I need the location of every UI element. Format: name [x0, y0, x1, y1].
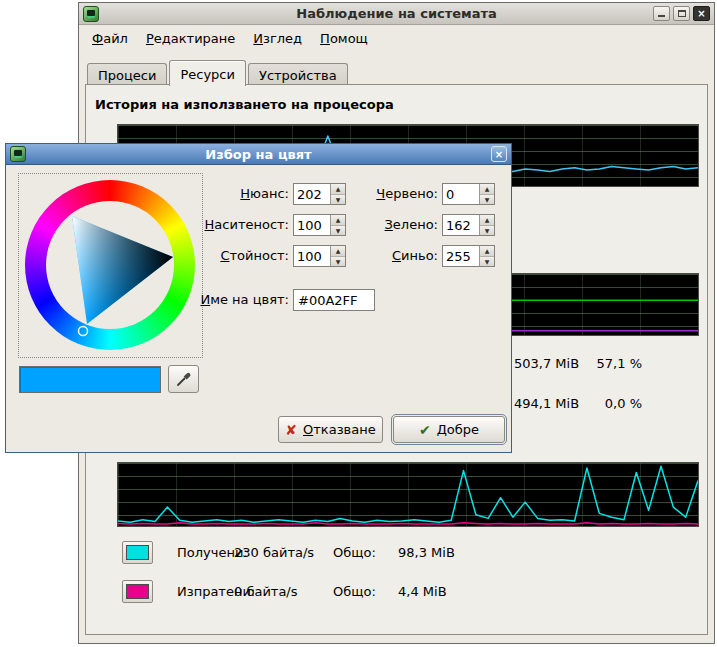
red-input[interactable]: [443, 184, 479, 204]
green-input[interactable]: [443, 215, 479, 235]
window-title: Наблюдение на системата: [79, 6, 714, 21]
blue-spin-arrows: ▲▼: [479, 246, 494, 266]
system-monitor-app-icon: [83, 6, 99, 22]
sent-rate: 0 байта/s: [234, 580, 298, 603]
received-color-swatch: [126, 545, 149, 560]
sent-total-label: Общо:: [333, 580, 376, 603]
sent-total: 4,4 MiB: [398, 580, 447, 603]
memory-percent: 57,1 %: [594, 356, 642, 372]
blue-up-arrow[interactable]: ▲: [480, 246, 494, 256]
eyedropper-icon: [175, 370, 193, 388]
received-legend-row: Получени: 230 байта/s Общо: 98,3 MiB: [122, 541, 542, 564]
blue-down-arrow[interactable]: ▼: [480, 256, 494, 267]
tab-devices[interactable]: Устройства: [248, 63, 348, 86]
app-icon-screen: [87, 10, 95, 18]
eyedropper-button[interactable]: [168, 365, 199, 393]
sent-color-swatch: [126, 584, 149, 599]
green-up-arrow[interactable]: ▲: [480, 215, 494, 225]
dialog-close-button[interactable]: ×: [491, 146, 507, 162]
swap-percent: 0,0 %: [594, 396, 642, 412]
red-spinbox[interactable]: ▲▼: [442, 183, 495, 205]
value-label: Стойност:: [176, 245, 289, 267]
sent-color-button[interactable]: [122, 580, 153, 603]
color-preview: [19, 366, 161, 393]
menubar: Файл Редактиране Изглед Помощ: [79, 25, 714, 51]
saturation-label: Наситеност:: [176, 214, 289, 236]
menu-view[interactable]: Изглед: [246, 28, 309, 49]
green-down-arrow[interactable]: ▼: [480, 225, 494, 236]
dialog-app-icon: [10, 146, 26, 162]
value-input[interactable]: [294, 246, 330, 266]
menu-file[interactable]: Файл: [85, 28, 135, 49]
cancel-button[interactable]: ✘ Отказване: [278, 416, 383, 443]
close-button[interactable]: ×: [693, 6, 710, 21]
hue-input[interactable]: [294, 184, 330, 204]
tab-resources[interactable]: Ресурси: [169, 60, 246, 86]
red-label: Червено:: [336, 183, 438, 205]
dialog-app-icon-screen: [14, 150, 22, 158]
green-spin-arrows: ▲▼: [479, 215, 494, 235]
red-up-arrow[interactable]: ▲: [480, 184, 494, 194]
dialog-titlebar[interactable]: Избор на цвят ×: [6, 144, 511, 165]
notebook-tabs: Процеси Ресурси Устройства: [85, 59, 708, 85]
green-label: Зелено:: [336, 214, 438, 236]
color-picker-dialog: Избор на цвят × Нюанс: ▲▼ Наситеност:: [5, 143, 512, 453]
ok-check-icon: ✔: [419, 423, 431, 437]
received-color-button[interactable]: [122, 541, 153, 564]
main-titlebar[interactable]: Наблюдение на системата ×: [79, 3, 714, 25]
saturation-input[interactable]: [294, 215, 330, 235]
color-selection-marker[interactable]: [79, 327, 88, 336]
ok-button[interactable]: ✔ Добре: [393, 416, 505, 443]
received-rate: 230 байта/s: [234, 541, 314, 564]
swap-amount: 494,1 MiB: [514, 396, 579, 412]
cancel-x-icon: ✘: [285, 423, 297, 437]
hsv-triangle-black-shade: [72, 216, 173, 324]
memory-amount: 503,7 MiB: [514, 356, 579, 372]
ok-button-label: Добре: [437, 422, 479, 437]
cancel-button-label: Отказване: [303, 422, 376, 437]
window-controls: ×: [653, 6, 710, 21]
blue-spinbox[interactable]: ▲▼: [442, 245, 495, 267]
received-total-label: Общо:: [333, 541, 376, 564]
network-graph-plot: [118, 463, 698, 526]
network-history-graph: [117, 462, 699, 527]
blue-label: Синьо:: [336, 245, 438, 267]
color-name-label: Име на цвят:: [176, 289, 289, 311]
hue-label: Нюанс:: [176, 183, 289, 205]
tab-processes[interactable]: Процеси: [87, 63, 167, 86]
minimize-button[interactable]: [653, 6, 670, 21]
menu-edit[interactable]: Редактиране: [139, 28, 242, 49]
dialog-title: Избор на цвят: [6, 147, 511, 162]
maximize-icon: [678, 10, 686, 17]
minimize-icon: [658, 15, 665, 17]
red-down-arrow[interactable]: ▼: [480, 194, 494, 205]
sent-legend-row: Изпратени: 0 байта/s Общо: 4,4 MiB: [122, 580, 542, 603]
color-name-input[interactable]: [293, 289, 375, 311]
cpu-history-heading: История на използването на процесора: [95, 97, 394, 112]
blue-input[interactable]: [443, 246, 479, 266]
red-spin-arrows: ▲▼: [479, 184, 494, 204]
maximize-button[interactable]: [673, 6, 690, 21]
green-spinbox[interactable]: ▲▼: [442, 214, 495, 236]
received-total: 98,3 MiB: [398, 541, 455, 564]
menu-help[interactable]: Помощ: [313, 28, 375, 49]
